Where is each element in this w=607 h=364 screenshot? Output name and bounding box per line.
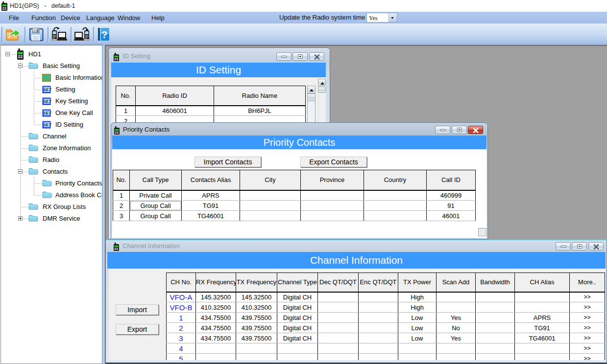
svg-text:?: ? [101,29,107,40]
